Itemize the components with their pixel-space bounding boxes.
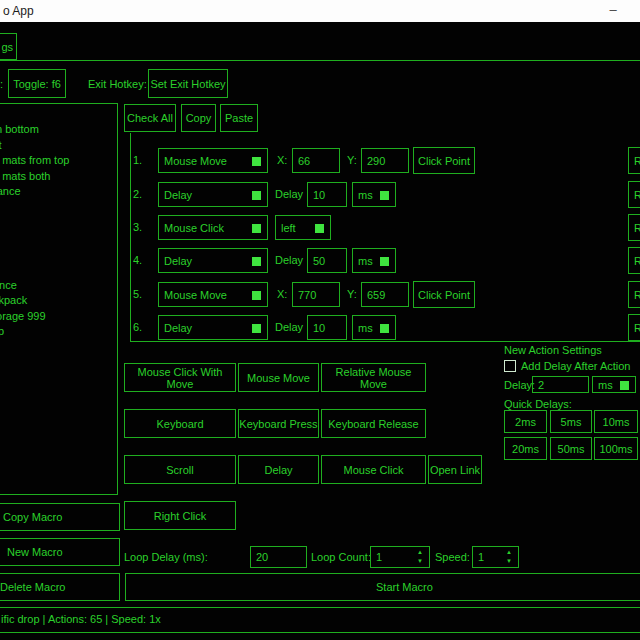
add-right-click-button[interactable]: Right Click bbox=[124, 501, 236, 530]
action-number: 3. bbox=[133, 221, 142, 233]
action-type-value: Mouse Click bbox=[164, 222, 224, 234]
quick-delays-label: Quick Delays: bbox=[504, 398, 572, 410]
action-number: 1. bbox=[133, 154, 142, 166]
remove-action-button[interactable]: R bbox=[628, 181, 640, 208]
delay-input[interactable]: 10 bbox=[307, 182, 347, 207]
new-macro-button[interactable]: New Macro bbox=[0, 538, 120, 566]
check-all-button[interactable]: Check All bbox=[124, 104, 176, 132]
quick-delay-10ms-button[interactable]: 10ms bbox=[594, 410, 638, 433]
action-type-dropdown[interactable]: Delay bbox=[158, 315, 268, 340]
y-input[interactable]: 290 bbox=[361, 148, 409, 173]
action-type-dropdown[interactable]: Mouse Move bbox=[158, 282, 268, 307]
quick-delay-100ms-button[interactable]: 100ms bbox=[594, 437, 638, 460]
dropdown-indicator-icon bbox=[252, 257, 261, 266]
add-keyboard-button[interactable]: Keyboard bbox=[124, 409, 236, 438]
stepper-arrows-icon[interactable]: ▲▼ bbox=[506, 548, 512, 566]
dropdown-indicator-icon bbox=[252, 291, 261, 300]
window-title: o App bbox=[3, 4, 34, 18]
copy-macro-button[interactable]: Copy Macro bbox=[0, 503, 120, 531]
status-bar: ific drop | Actions: 65 | Speed: 1x bbox=[0, 607, 640, 633]
minimize-button[interactable]: – bbox=[598, 0, 628, 22]
x-input[interactable]: 770 bbox=[292, 282, 340, 307]
new-action-delay-unit-dropdown[interactable]: ms bbox=[592, 376, 636, 393]
remove-action-button[interactable]: R bbox=[628, 281, 640, 308]
add-open-link-button[interactable]: Open Link bbox=[428, 455, 482, 484]
toggle-hotkey-button[interactable]: Toggle: f6 bbox=[8, 69, 66, 98]
action-type-value: Delay bbox=[164, 255, 192, 267]
quick-delay-2ms-button[interactable]: 2ms bbox=[504, 410, 547, 433]
loop-delay-label: Loop Delay (ms): bbox=[124, 551, 208, 563]
add-delay-button[interactable]: Delay bbox=[238, 455, 319, 484]
delay-unit-value: ms bbox=[358, 322, 373, 334]
new-action-delay-input[interactable]: 2 bbox=[532, 376, 589, 393]
macro-list-item[interactable]: m bottom bbox=[0, 123, 39, 135]
x-label: X: bbox=[277, 288, 287, 300]
click-point-button[interactable]: Click Point bbox=[413, 281, 475, 308]
add-mouse-click-button[interactable]: Mouse Click bbox=[321, 455, 426, 484]
start-macro-button[interactable]: Start Macro bbox=[125, 573, 640, 601]
status-text: ific drop | Actions: 65 | Speed: 1x bbox=[1, 613, 161, 625]
mouse-button-dropdown[interactable]: left bbox=[275, 215, 331, 240]
action-number: 5. bbox=[133, 288, 142, 300]
action-type-dropdown[interactable]: Mouse Move bbox=[158, 148, 268, 173]
remove-action-button[interactable]: R bbox=[628, 147, 640, 174]
delay-label: Delay bbox=[275, 188, 303, 200]
action-row: 6. Delay Delay 10 ms R bbox=[0, 315, 640, 341]
action-number: 6. bbox=[133, 321, 142, 333]
dropdown-indicator-icon bbox=[252, 224, 261, 233]
add-keyboard-press-button[interactable]: Keyboard Press bbox=[238, 409, 319, 438]
new-action-settings-title: New Action Settings bbox=[504, 344, 602, 356]
macro-app-window: o App – gs : Toggle: f6 Exit Hotkey: Set… bbox=[0, 0, 640, 640]
speed-stepper[interactable]: 1 ▲▼ bbox=[472, 546, 519, 568]
speed-label: Speed: bbox=[435, 551, 470, 563]
y-label: Y: bbox=[347, 154, 357, 166]
remove-action-button[interactable]: R bbox=[628, 214, 640, 241]
add-mouse-move-button[interactable]: Mouse Move bbox=[238, 363, 319, 392]
speed-value: 1 bbox=[478, 551, 484, 563]
dropdown-indicator-icon bbox=[380, 191, 389, 200]
x-input[interactable]: 66 bbox=[292, 148, 340, 173]
quick-delay-20ms-button[interactable]: 20ms bbox=[504, 437, 547, 460]
quick-delay-50ms-button[interactable]: 50ms bbox=[550, 437, 592, 460]
mouse-button-value: left bbox=[281, 222, 296, 234]
tab-settings[interactable]: gs bbox=[0, 33, 17, 60]
action-type-dropdown[interactable]: Mouse Click bbox=[158, 215, 268, 240]
remove-action-button[interactable]: R bbox=[628, 247, 640, 274]
click-point-button[interactable]: Click Point bbox=[413, 147, 475, 174]
paste-button[interactable]: Paste bbox=[220, 104, 258, 132]
add-delay-after-action-label: Add Delay After Action bbox=[521, 360, 630, 372]
add-keyboard-release-button[interactable]: Keyboard Release bbox=[321, 409, 426, 438]
dropdown-indicator-icon bbox=[252, 324, 261, 333]
loop-count-stepper[interactable]: 1 ▲▼ bbox=[370, 546, 430, 568]
stepper-arrows-icon[interactable]: ▲▼ bbox=[417, 548, 423, 566]
delay-label: Delay bbox=[275, 254, 303, 266]
delay-unit-dropdown[interactable]: ms bbox=[352, 182, 396, 207]
delete-macro-button[interactable]: Delete Macro bbox=[0, 573, 120, 601]
add-scroll-button[interactable]: Scroll bbox=[124, 455, 236, 484]
dropdown-indicator-icon bbox=[620, 381, 629, 390]
delay-unit-dropdown[interactable]: ms bbox=[352, 315, 396, 340]
copy-button[interactable]: Copy bbox=[181, 104, 216, 132]
action-type-dropdown[interactable]: Delay bbox=[158, 248, 268, 273]
add-mouse-click-with-move-button[interactable]: Mouse Click With Move bbox=[124, 363, 236, 392]
quick-delay-5ms-button[interactable]: 5ms bbox=[550, 410, 592, 433]
loop-count-label: Loop Count: bbox=[311, 551, 371, 563]
delay-input[interactable]: 50 bbox=[307, 248, 347, 273]
y-label: Y: bbox=[347, 288, 357, 300]
y-input[interactable]: 659 bbox=[361, 282, 409, 307]
action-row: 4. Delay Delay 50 ms R bbox=[0, 248, 640, 274]
delay-input[interactable]: 10 bbox=[307, 315, 347, 340]
action-type-dropdown[interactable]: Delay bbox=[158, 182, 268, 207]
loop-delay-input[interactable]: 20 bbox=[250, 546, 307, 568]
actions-panel-bottom-border bbox=[130, 341, 640, 342]
loop-count-value: 1 bbox=[376, 551, 382, 563]
dropdown-indicator-icon bbox=[315, 224, 324, 233]
set-exit-hotkey-button[interactable]: Set Exit Hotkey bbox=[148, 69, 228, 98]
add-relative-mouse-move-button[interactable]: Relative Mouse Move bbox=[321, 363, 426, 392]
hotkey-label-fragment: : bbox=[0, 78, 3, 90]
add-delay-after-action-checkbox[interactable] bbox=[504, 360, 516, 372]
new-action-delay-label: Delay: bbox=[504, 379, 535, 391]
remove-action-button[interactable]: R bbox=[628, 314, 640, 341]
delay-unit-dropdown[interactable]: ms bbox=[352, 248, 396, 273]
action-row: 5. Mouse Move X: 770 Y: 659 Click Point … bbox=[0, 282, 640, 308]
